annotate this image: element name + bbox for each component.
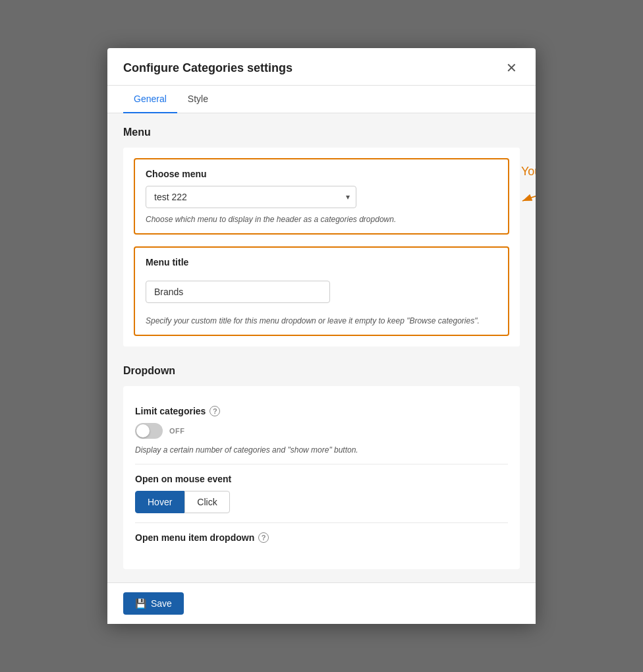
modal-footer: 💾 Save: [107, 582, 536, 624]
open-menu-item-dropdown-label: Open menu item dropdown ?: [135, 532, 508, 543]
open-menu-item-help-icon[interactable]: ?: [258, 532, 269, 543]
save-icon: 💾: [135, 598, 146, 609]
modal: Configure Categories settings ✕ General …: [107, 48, 536, 624]
menu-title-box: Menu title Specify your custom title for…: [134, 246, 509, 336]
menu-section-title: Menu: [123, 126, 520, 138]
limit-categories-hint: Display a certain number of categories a…: [135, 445, 508, 455]
mouse-event-btn-group: Hover Click: [135, 491, 508, 513]
dropdown-section: Dropdown Limit categories ? OFF: [123, 365, 520, 569]
dropdown-block: Limit categories ? OFF Display a certain…: [123, 386, 520, 569]
choose-menu-label: Choose menu: [146, 169, 497, 179]
open-menu-item-dropdown-row: Open menu item dropdown ?: [135, 523, 508, 559]
hover-button[interactable]: Hover: [135, 491, 184, 513]
modal-title: Configure Categories settings: [123, 61, 293, 75]
open-on-mouse-event-label: Open on mouse event: [135, 474, 508, 484]
menu-settings-block: Choose menu test 222 ▾ Choose which menu…: [123, 148, 520, 347]
limit-categories-toggle[interactable]: [135, 423, 163, 439]
close-button[interactable]: ✕: [503, 60, 520, 76]
save-button[interactable]: 💾 Save: [123, 592, 184, 615]
menu-title-hint: Specify your custom title for this menu …: [146, 316, 497, 325]
toggle-state-label: OFF: [169, 427, 185, 435]
menu-select-wrapper: test 222 ▾: [146, 186, 356, 208]
annotation-arrow: [516, 176, 536, 209]
menu-title-input[interactable]: [146, 281, 330, 303]
limit-categories-help-icon[interactable]: ?: [210, 406, 220, 416]
limit-categories-row: Limit categories ? OFF Display a certain…: [135, 397, 508, 464]
choose-menu-hint: Choose which menu to display in the head…: [146, 215, 497, 224]
modal-body: Menu Choose menu test 222 ▾: [107, 113, 536, 582]
tab-style[interactable]: Style: [177, 86, 219, 113]
dropdown-section-title: Dropdown: [123, 365, 520, 377]
modal-header: Configure Categories settings ✕: [107, 48, 536, 86]
menu-select[interactable]: test 222: [146, 186, 356, 208]
choose-menu-box: Choose menu test 222 ▾ Choose which menu…: [134, 158, 509, 235]
tab-general[interactable]: General: [123, 86, 177, 113]
annotation-label: Your Brands menu here: [521, 165, 536, 179]
modal-backdrop: Configure Categories settings ✕ General …: [0, 0, 643, 672]
toggle-row: OFF: [135, 423, 508, 439]
toggle-knob: [136, 424, 150, 437]
menu-title-label: Menu title: [146, 257, 497, 267]
open-on-mouse-event-row: Open on mouse event Hover Click: [135, 464, 508, 523]
tabs-bar: General Style: [107, 86, 536, 113]
limit-categories-label: Limit categories ?: [135, 406, 508, 416]
click-button[interactable]: Click: [184, 491, 229, 513]
